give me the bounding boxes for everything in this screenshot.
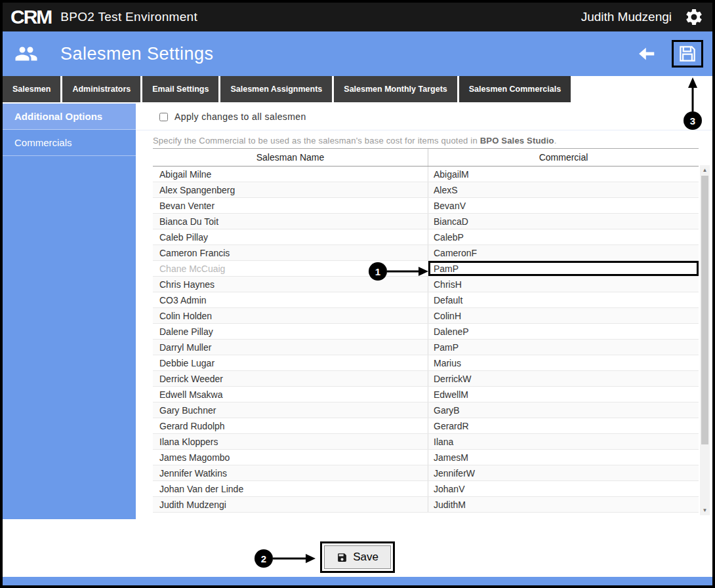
table-row: Chane McCuaig PamP	[153, 261, 699, 277]
save-area: Save	[3, 519, 712, 577]
table-row: Dalene Pillay DaleneP	[153, 324, 699, 340]
back-arrow-icon[interactable]	[635, 44, 659, 64]
save-button[interactable]: Save	[324, 545, 391, 569]
salesman-name-cell: Caleb Pillay	[153, 229, 428, 245]
page-header: Salesmen Settings	[3, 31, 712, 76]
table-row: Bevan Venter BevanV	[153, 198, 699, 214]
salesman-name-cell: CO3 Admin	[153, 292, 428, 307]
commercial-cell[interactable]: BevanV	[428, 198, 699, 213]
salesmen-table-body: Abigail Milne AbigailM Alex Spangenberg …	[153, 167, 699, 515]
commercial-cell[interactable]: DaleneP	[428, 324, 699, 339]
salesman-name-cell: Abigail Milne	[153, 167, 428, 182]
commercial-cell[interactable]: JamesM	[428, 450, 699, 465]
top-bar: CRM BPO2 Test Environment Judith Mudzeng…	[3, 3, 712, 31]
scroll-up-icon[interactable]: ▲	[700, 165, 710, 175]
salesman-name-cell: Cameron Francis	[153, 245, 428, 260]
salesman-name-cell: Debbie Lugar	[153, 355, 428, 370]
salesman-name-cell: Dalene Pillay	[153, 324, 428, 339]
salesman-name-cell: Jennifer Watkins	[153, 465, 428, 480]
commercial-cell[interactable]: PamP	[428, 340, 699, 355]
salesman-name-cell: Gary Buchner	[153, 402, 428, 418]
table-row: Abigail Milne AbigailM	[153, 167, 699, 182]
apply-all-label: Apply changes to all salesmen	[174, 111, 306, 122]
annotation-2: 2	[255, 549, 273, 568]
annotation-1: 1	[369, 262, 387, 281]
table-row: Alex Spangenberg AlexS	[153, 182, 699, 198]
salesman-name-cell: Colin Holden	[153, 308, 428, 323]
crm-logo: CRM	[10, 7, 51, 27]
apply-all-row: Apply changes to all salesmen	[136, 104, 712, 130]
salesmen-icon	[9, 42, 43, 66]
save-button-highlight: Save	[320, 541, 395, 573]
settings-gear-icon[interactable]	[684, 7, 705, 28]
commercial-cell[interactable]: ChrisH	[428, 277, 699, 292]
description-bold-text: BPO Sales Studio	[480, 136, 554, 146]
salesman-name-cell: Bianca Du Toit	[153, 214, 428, 229]
commercial-cell[interactable]: CalebP	[428, 229, 699, 245]
table-row: Bianca Du Toit BiancaD	[153, 214, 699, 229]
commercial-cell[interactable]: Ilana	[428, 434, 699, 449]
table-row: Cameron Francis CameronF	[153, 245, 699, 261]
footer-bar	[3, 577, 712, 585]
tab-salesmen-monthly-targets[interactable]: Salesmen Monthly Targets	[334, 76, 457, 102]
commercial-cell[interactable]: Default	[428, 292, 699, 307]
commercial-cell[interactable]: EdwellM	[428, 387, 699, 402]
salesman-name-cell: Derrick Weeder	[153, 371, 428, 386]
save-button-label: Save	[353, 551, 378, 564]
annotation-3: 3	[684, 111, 702, 130]
commercial-cell[interactable]: DerrickW	[428, 371, 699, 386]
commercial-cell[interactable]: JohanV	[428, 481, 699, 496]
description-text: Specify the Commercial to be used as the…	[153, 136, 480, 146]
table-row: Derrick Weeder DerrickW	[153, 371, 699, 387]
commercial-cell[interactable]: GaryB	[428, 402, 699, 418]
table-row: James Magombo JamesM	[153, 450, 699, 465]
tab-email-settings[interactable]: Email Settings	[142, 76, 218, 102]
commercial-cell[interactable]: JudithM	[428, 497, 699, 512]
table-row: Gerard Rudolph GerardR	[153, 418, 699, 434]
scroll-down-icon[interactable]: ▼	[700, 505, 710, 515]
salesman-name-cell: Darryl Muller	[153, 340, 428, 355]
salesman-name-cell: Chris Haynes	[153, 277, 428, 292]
commercial-cell[interactable]: CameronF	[428, 245, 699, 260]
commercial-cell[interactable]: JenniferW	[428, 465, 699, 480]
tab-salesmen-assignments[interactable]: Salesmen Assignments	[220, 76, 332, 102]
table-row: Judith Mudzengi JudithM	[153, 497, 699, 513]
tab-administrators[interactable]: Administrators	[62, 76, 140, 102]
commercial-cell[interactable]: GerardR	[428, 418, 699, 433]
content-body: Additional Options Commercials Apply cha…	[3, 104, 712, 519]
tab-salesmen[interactable]: Salesmen	[3, 76, 60, 102]
salesman-name-cell: Ilana Kloppers	[153, 434, 428, 449]
apply-all-checkbox[interactable]	[159, 113, 168, 121]
table-row: Edwell Msakwa EdwellM	[153, 387, 699, 402]
salesman-name-cell: Alex Spangenberg	[153, 182, 428, 197]
table-scrollbar[interactable]: ▲ ▼	[700, 165, 710, 515]
table-row: Ilana Kloppers Ilana	[153, 434, 699, 450]
save-icon	[337, 552, 348, 563]
commercial-cell[interactable]: AlexS	[428, 182, 699, 197]
page-title: Salesmen Settings	[60, 44, 214, 64]
table-description: Specify the Commercial to be used as the…	[153, 136, 712, 146]
salesmen-table: Salesman Name Commercial Abigail Milne A…	[153, 148, 699, 515]
commercial-cell[interactable]: AbigailM	[428, 167, 699, 182]
sidebar-item-commercials[interactable]: Commercials	[3, 130, 136, 156]
commercial-cell[interactable]: BiancaD	[428, 214, 699, 229]
table-row: Colin Holden ColinH	[153, 308, 699, 324]
main-panel: Apply changes to all salesmen Specify th…	[136, 104, 712, 519]
commercial-cell[interactable]: Marius	[428, 355, 699, 370]
table-row: Gary Buchner GaryB	[153, 402, 699, 418]
header-save-icon[interactable]	[672, 40, 703, 68]
salesman-name-cell: James Magombo	[153, 450, 428, 465]
scrollbar-thumb[interactable]	[701, 176, 708, 444]
salesman-name-cell: Gerard Rudolph	[153, 418, 428, 433]
table-row: Caleb Pillay CalebP	[153, 229, 699, 245]
sidebar-item-additional-options[interactable]: Additional Options	[3, 104, 136, 130]
commercial-cell[interactable]: ColinH	[428, 308, 699, 323]
tab-salesmen-commercials[interactable]: Salesmen Commercials	[459, 76, 571, 102]
table-row: Jennifer Watkins JenniferW	[153, 465, 699, 481]
table-row: Darryl Muller PamP	[153, 340, 699, 355]
salesmen-table-area: Salesman Name Commercial Abigail Milne A…	[153, 148, 710, 515]
table-row: CO3 Admin Default	[153, 292, 699, 308]
commercial-cell[interactable]: PamP	[428, 261, 699, 276]
environment-title: BPO2 Test Environment	[60, 10, 197, 24]
column-header-commercial: Commercial	[428, 149, 699, 166]
